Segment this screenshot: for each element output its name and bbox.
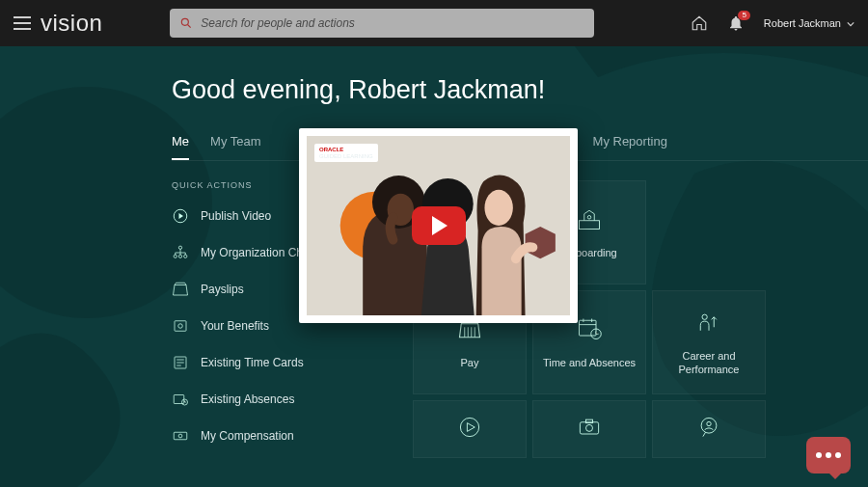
absences-icon [172, 391, 189, 408]
svg-point-31 [484, 190, 512, 226]
oracle-tag: ORACLE GUIDED LEARNING [314, 144, 378, 162]
svg-point-16 [587, 215, 591, 219]
benefits-icon [172, 317, 189, 335]
svg-rect-17 [580, 320, 597, 336]
search-icon [179, 16, 193, 30]
tile-career-performance[interactable]: Career and Performance [652, 290, 766, 394]
tile-feedback[interactable] [652, 400, 766, 458]
qa-label: My Compensation [201, 429, 294, 443]
svg-rect-11 [174, 395, 184, 404]
svg-point-6 [178, 255, 181, 257]
tile-camera[interactable] [532, 400, 646, 458]
svg-point-14 [178, 434, 182, 438]
search-input[interactable] [201, 16, 584, 30]
tab-me[interactable]: Me [172, 134, 189, 160]
svg-point-4 [178, 246, 181, 249]
svg-rect-15 [580, 221, 600, 230]
play-circle-icon [456, 414, 483, 445]
user-menu[interactable]: Robert Jackman [764, 17, 854, 29]
menu-icon[interactable] [14, 16, 31, 30]
qa-time-cards[interactable]: Existing Time Cards [172, 354, 413, 371]
qa-label: Existing Time Cards [201, 356, 304, 369]
chat-icon[interactable] [806, 437, 851, 473]
time-cards-icon [172, 354, 189, 371]
qa-label: Payslips [201, 283, 244, 296]
notifications-icon[interactable]: 5 [727, 14, 745, 32]
notification-badge: 5 [738, 11, 749, 20]
video-thumbnail[interactable]: ORACLE GUIDED LEARNING [307, 136, 570, 315]
camera-icon [576, 414, 603, 445]
tile-label: Career and Performance [653, 349, 765, 377]
qa-label: Your Benefits [201, 319, 269, 333]
svg-point-1 [182, 18, 189, 25]
payslips-icon [172, 281, 189, 298]
career-icon [695, 309, 722, 339]
tab-my-reporting[interactable]: My Reporting [593, 134, 667, 160]
tab-my-team[interactable]: My Team [210, 134, 261, 160]
brand-logo: vision [41, 10, 102, 37]
svg-point-7 [184, 255, 187, 257]
svg-point-25 [707, 421, 711, 425]
org-chart-icon [172, 244, 189, 261]
svg-rect-13 [174, 432, 187, 440]
svg-point-9 [178, 324, 183, 329]
svg-line-2 [188, 25, 191, 28]
onboarding-icon [576, 205, 603, 236]
play-button[interactable] [412, 206, 466, 245]
top-bar: vision 5 Robert Jackman [0, 0, 868, 46]
tile-label: Time and Absences [543, 356, 636, 369]
play-circle-icon [172, 207, 189, 225]
qa-my-compensation[interactable]: My Compensation [172, 427, 413, 445]
chevron-down-icon [847, 20, 854, 28]
qa-label: Existing Absences [201, 392, 294, 406]
page-greeting: Good evening, Robert Jackman! [172, 75, 868, 105]
home-icon[interactable] [691, 14, 708, 32]
time-absences-icon [576, 315, 603, 346]
tile-label: Pay [461, 356, 479, 369]
svg-rect-8 [175, 321, 186, 332]
svg-point-22 [586, 424, 593, 431]
qa-existing-absences[interactable]: Existing Absences [172, 391, 413, 408]
qa-label: Publish Video [201, 209, 271, 223]
svg-rect-21 [580, 422, 598, 434]
tile-play[interactable] [413, 400, 527, 458]
svg-point-5 [174, 255, 176, 257]
svg-point-20 [460, 418, 478, 436]
video-modal: ORACLE GUIDED LEARNING [299, 128, 578, 323]
user-name-label: Robert Jackman [764, 17, 841, 29]
speech-person-icon [695, 414, 722, 445]
search-field[interactable] [170, 9, 594, 38]
svg-point-19 [702, 314, 707, 319]
compensation-icon [172, 427, 189, 445]
